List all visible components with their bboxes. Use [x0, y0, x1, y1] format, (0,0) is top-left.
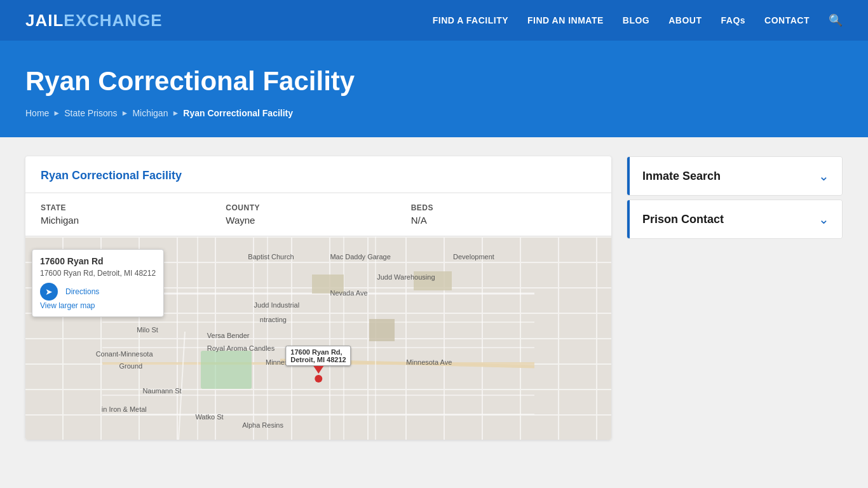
prison-contact-accordion: Prison Contact ⌄ — [627, 200, 843, 239]
county-value: Wayne — [226, 215, 410, 226]
inmate-search-accordion: Inmate Search ⌄ — [627, 156, 843, 196]
beds-block: BEDS N/A — [411, 203, 596, 226]
state-value: Michigan — [41, 215, 226, 226]
map-label-royal: Royal Aroma Candles — [207, 344, 275, 352]
nav-find-facility[interactable]: FIND A FACILITY — [433, 15, 508, 25]
map-background: 17600 Ryan Rd 17600 Ryan Rd, Detroit, MI… — [25, 236, 611, 440]
search-icon-button[interactable]: 🔍 — [829, 13, 843, 27]
popup-address: 17600 Ryan Rd, Detroit, MI 48212 — [40, 269, 156, 278]
header: JAILEXCHANGE FIND A FACILITY FIND AN INM… — [0, 0, 868, 41]
map-label-watko: Watko St — [195, 413, 223, 421]
breadcrumb-sep-3: ► — [172, 109, 179, 118]
breadcrumb-sep-1: ► — [53, 109, 60, 118]
nav-about[interactable]: ABOUT — [668, 15, 702, 25]
main-content: Ryan Correctional Facility STATE Michiga… — [0, 137, 868, 459]
breadcrumb: Home ► State Prisons ► Michigan ► Ryan C… — [25, 108, 843, 118]
county-label: COUNTY — [226, 203, 410, 212]
prison-contact-header[interactable]: Prison Contact ⌄ — [627, 200, 842, 238]
map-label-garage: Mac Daddy Garage — [330, 253, 390, 261]
popup-title: 17600 Ryan Rd — [40, 256, 156, 266]
logo-part1: JAIL — [25, 11, 64, 30]
map-popup: 17600 Ryan Rd 17600 Ryan Rd, Detroit, MI… — [32, 249, 164, 317]
map-label-ground: Ground — [119, 362, 143, 370]
prison-contact-title: Prison Contact — [642, 213, 724, 226]
main-nav: FIND A FACILITY FIND AN INMATE BLOG ABOU… — [433, 13, 843, 27]
state-label: STATE — [41, 203, 226, 212]
breadcrumb-state-prisons[interactable]: State Prisons — [64, 108, 117, 118]
map-label-iron: in Iron & Metal — [102, 405, 147, 413]
facility-card-header: Ryan Correctional Facility — [25, 156, 611, 193]
state-block: STATE Michigan — [41, 203, 226, 226]
page-title: Ryan Correctional Facility — [25, 66, 843, 97]
breadcrumb-current: Ryan Correctional Facility — [183, 108, 293, 118]
map-label-mn-ave-r: Minnesota Ave — [406, 358, 452, 366]
map-label-milo: Milo St — [137, 326, 158, 334]
inmate-search-header[interactable]: Inmate Search ⌄ — [627, 157, 842, 195]
map-container: 17600 Ryan Rd 17600 Ryan Rd, Detroit, MI… — [25, 236, 611, 440]
facility-card: Ryan Correctional Facility STATE Michiga… — [25, 156, 611, 440]
beds-value: N/A — [411, 215, 596, 226]
breadcrumb-michigan[interactable]: Michigan — [132, 108, 168, 118]
facility-name: Ryan Correctional Facility — [41, 169, 596, 182]
logo-part2-highlight: EXCHANGE — [64, 11, 162, 30]
map-label-naumann: Naumann St — [142, 387, 181, 395]
hero-banner: Ryan Correctional Facility Home ► State … — [0, 41, 868, 137]
inmate-search-title: Inmate Search — [642, 170, 721, 183]
prison-contact-chevron-icon: ⌄ — [818, 212, 829, 227]
map-label-conant: Conant-Minnesota — [96, 350, 153, 358]
map-label-church: Baptist Church — [248, 253, 294, 261]
svg-rect-15 — [369, 319, 395, 341]
sidebar: Inmate Search ⌄ Prison Contact ⌄ — [627, 156, 843, 440]
nav-faqs[interactable]: FAQs — [721, 15, 746, 25]
marker-pointer — [313, 366, 323, 374]
map-label-versa: Versa Bender — [207, 332, 250, 339]
map-label-judd-wh: Judd Warehousing — [377, 273, 435, 281]
map-label-alpha: Alpha Resins — [242, 421, 283, 429]
nav-find-inmate[interactable]: FIND AN INMATE — [527, 15, 604, 25]
inmate-search-chevron-icon: ⌄ — [818, 168, 829, 184]
marker-dot — [315, 375, 322, 383]
marker-label: 17600 Ryan Rd, Detroit, MI 48212 — [285, 346, 351, 366]
map-label-nevada: Nevada Ave — [330, 289, 367, 297]
breadcrumb-sep-2: ► — [121, 109, 129, 118]
breadcrumb-home[interactable]: Home — [25, 108, 49, 118]
facility-info: STATE Michigan COUNTY Wayne BEDS N/A — [25, 193, 611, 236]
map-label-ntracting: ntracting — [260, 316, 287, 323]
logo[interactable]: JAILEXCHANGE — [25, 11, 163, 30]
map-label-judd-ind: Judd Industrial — [254, 301, 300, 309]
map-label-dev: Development — [453, 253, 494, 261]
nav-contact[interactable]: CONTACT — [764, 15, 810, 25]
beds-label: BEDS — [411, 203, 596, 212]
directions-link[interactable]: Directions — [65, 287, 99, 296]
view-larger-map-link[interactable]: View larger map — [40, 301, 95, 310]
svg-rect-12 — [201, 351, 252, 389]
map-marker: 17600 Ryan Rd, Detroit, MI 48212 — [285, 346, 351, 383]
county-block: COUNTY Wayne — [226, 203, 410, 226]
directions-icon: ➤ — [40, 283, 58, 301]
popup-actions: ➤ Directions — [40, 283, 156, 301]
nav-blog[interactable]: BLOG — [623, 15, 649, 25]
